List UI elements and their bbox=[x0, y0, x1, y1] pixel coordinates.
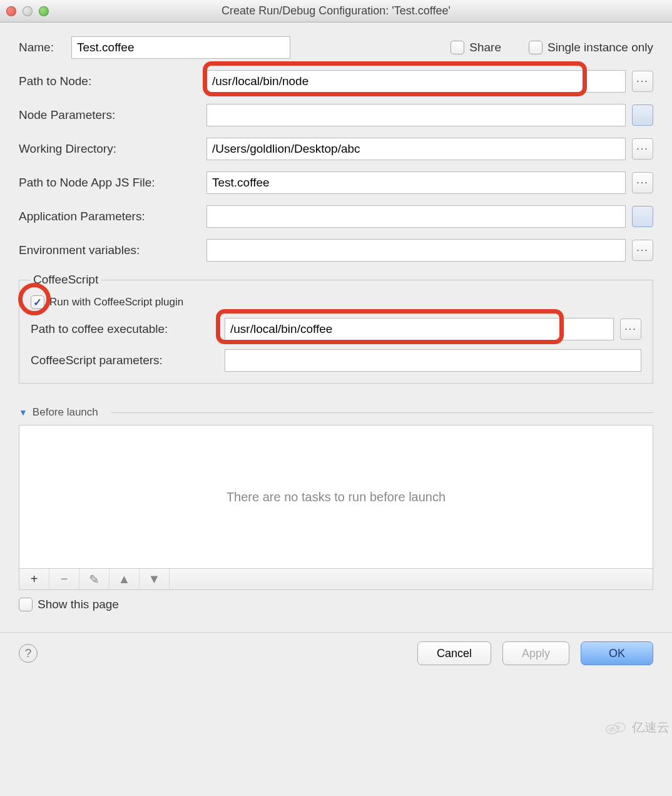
coffee-path-input[interactable] bbox=[225, 318, 614, 340]
share-checkbox[interactable] bbox=[451, 41, 464, 54]
help-button[interactable]: ? bbox=[19, 644, 38, 663]
browse-working-dir-button[interactable]: ··· bbox=[632, 138, 653, 160]
add-task-button[interactable]: + bbox=[19, 569, 49, 589]
show-this-page-checkbox[interactable] bbox=[19, 598, 33, 611]
expand-node-params-button[interactable] bbox=[632, 105, 653, 126]
browse-env-vars-button[interactable]: ··· bbox=[632, 240, 653, 261]
remove-task-button: − bbox=[49, 569, 79, 589]
before-launch-toggle[interactable]: ▼ Before launch bbox=[19, 406, 653, 419]
coffee-params-input[interactable] bbox=[225, 349, 641, 372]
chevron-down-icon: ▼ bbox=[19, 407, 28, 417]
app-js-input[interactable] bbox=[206, 171, 626, 194]
name-label: Name: bbox=[19, 41, 54, 54]
path-to-node-label: Path to Node: bbox=[19, 74, 200, 88]
browse-node-button[interactable]: ··· bbox=[632, 71, 653, 92]
coffeescript-legend: CoffeeScript bbox=[31, 273, 101, 287]
coffeescript-group: CoffeeScript Run with CoffeeScript plugi… bbox=[19, 273, 653, 384]
working-dir-input[interactable] bbox=[206, 138, 626, 160]
ok-button[interactable]: OK bbox=[581, 641, 653, 665]
before-launch-title: Before launch bbox=[33, 406, 98, 419]
single-instance-checkbox[interactable] bbox=[529, 41, 542, 54]
node-params-label: Node Parameters: bbox=[19, 108, 200, 122]
working-dir-label: Working Directory: bbox=[19, 142, 200, 156]
window-title: Create Run/Debug Configuration: 'Test.co… bbox=[0, 4, 672, 18]
before-launch-empty: There are no tasks to run before launch bbox=[227, 490, 445, 504]
window-titlebar: Create Run/Debug Configuration: 'Test.co… bbox=[0, 0, 672, 23]
show-this-page-label: Show this page bbox=[38, 598, 119, 611]
before-launch-tasks: There are no tasks to run before launch bbox=[19, 425, 653, 569]
run-with-coffee-checkbox[interactable] bbox=[31, 295, 44, 309]
coffee-params-label: CoffeeScript parameters: bbox=[31, 354, 218, 367]
move-up-button: ▲ bbox=[109, 569, 140, 589]
path-to-node-input[interactable] bbox=[206, 70, 626, 93]
apply-button: Apply bbox=[502, 641, 569, 665]
coffee-path-label: Path to coffee executable: bbox=[31, 322, 218, 336]
app-params-input[interactable] bbox=[206, 205, 626, 228]
browse-coffee-path-button[interactable]: ··· bbox=[620, 319, 641, 340]
share-label: Share bbox=[469, 41, 501, 54]
run-with-coffee-label: Run with CoffeeScript plugin bbox=[49, 296, 183, 309]
edit-task-button: ✎ bbox=[79, 569, 109, 589]
app-js-label: Path to Node App JS File: bbox=[19, 176, 200, 190]
app-params-label: Application Parameters: bbox=[19, 210, 200, 223]
env-vars-label: Environment variables: bbox=[19, 243, 200, 257]
tasks-toolbar: + − ✎ ▲ ▼ bbox=[19, 569, 653, 590]
single-instance-label: Single instance only bbox=[547, 41, 653, 54]
env-vars-input[interactable] bbox=[206, 239, 626, 262]
browse-app-js-button[interactable]: ··· bbox=[632, 172, 653, 193]
cancel-button[interactable]: Cancel bbox=[417, 641, 491, 665]
node-params-input[interactable] bbox=[206, 104, 626, 126]
move-down-button: ▼ bbox=[140, 569, 170, 589]
expand-app-params-button[interactable] bbox=[632, 206, 653, 227]
name-input[interactable] bbox=[71, 36, 290, 59]
